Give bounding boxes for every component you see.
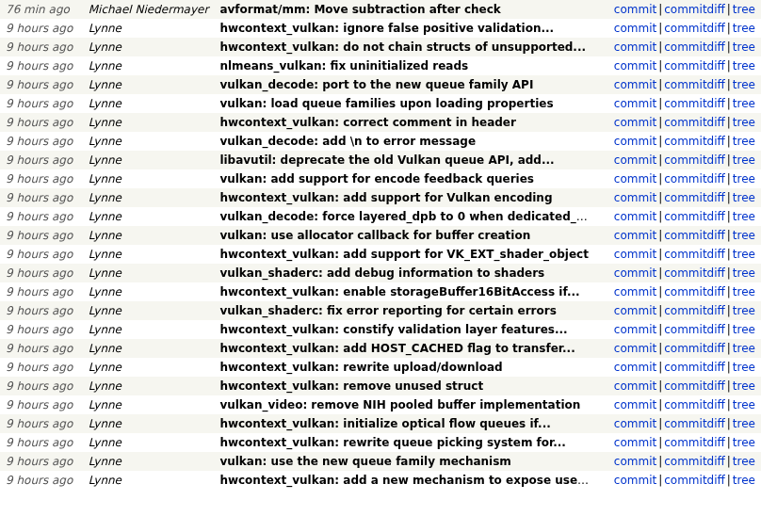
commitdiff-link[interactable]: commitdiff — [664, 379, 725, 393]
commit-link[interactable]: commit — [614, 285, 656, 298]
commit-subject-link[interactable]: avformat/mm: Move subtraction after chec… — [219, 3, 500, 16]
commitdiff-link[interactable]: commitdiff — [664, 116, 725, 129]
commit-subject-link[interactable]: vulkan: add support for encode feedback … — [219, 172, 534, 185]
tree-link[interactable]: tree — [733, 191, 755, 204]
tree-link[interactable]: tree — [733, 135, 755, 148]
commitdiff-link[interactable]: commitdiff — [664, 153, 725, 167]
commitdiff-link[interactable]: commitdiff — [664, 135, 725, 148]
commit-subject-link[interactable]: vulkan_video: remove NIH pooled buffer i… — [219, 398, 580, 411]
commit-link[interactable]: commit — [614, 266, 656, 280]
commit-subject-link[interactable]: hwcontext_vulkan: rewrite queue picking … — [219, 436, 566, 449]
commit-subject-link[interactable]: vulkan_shaderc: add debug information to… — [219, 266, 544, 280]
commit-subject-link[interactable]: vulkan_shaderc: fix error reporting for … — [219, 304, 556, 317]
commit-link[interactable]: commit — [614, 135, 656, 148]
commit-link[interactable]: commit — [614, 474, 656, 487]
commit-link[interactable]: commit — [614, 97, 656, 110]
tree-link[interactable]: tree — [733, 248, 755, 261]
commit-subject-link[interactable]: hwcontext_vulkan: do not chain structs o… — [219, 40, 586, 54]
tree-link[interactable]: tree — [733, 3, 755, 16]
tree-link[interactable]: tree — [733, 153, 755, 167]
tree-link[interactable]: tree — [733, 379, 755, 393]
commit-subject-link[interactable]: hwcontext_vulkan: remove unused struct — [219, 379, 483, 393]
commit-subject-link[interactable]: hwcontext_vulkan: enable storageBuffer16… — [219, 285, 579, 298]
tree-link[interactable]: tree — [733, 436, 755, 449]
tree-link[interactable]: tree — [733, 285, 755, 298]
tree-link[interactable]: tree — [733, 229, 755, 242]
commit-link[interactable]: commit — [614, 304, 656, 317]
tree-link[interactable]: tree — [733, 172, 755, 185]
tree-link[interactable]: tree — [733, 342, 755, 355]
commit-subject-link[interactable]: hwcontext_vulkan: rewrite upload/downloa… — [219, 361, 502, 374]
commit-subject-link[interactable]: vulkan_decode: add \n to error message — [219, 135, 476, 148]
commit-link[interactable]: commit — [614, 191, 656, 204]
commit-link[interactable]: commit — [614, 40, 656, 54]
commitdiff-link[interactable]: commitdiff — [664, 417, 725, 430]
commit-link[interactable]: commit — [614, 172, 656, 185]
commitdiff-link[interactable]: commitdiff — [664, 342, 725, 355]
commitdiff-link[interactable]: commitdiff — [664, 59, 725, 73]
commit-link[interactable]: commit — [614, 455, 656, 468]
commit-link[interactable]: commit — [614, 78, 656, 91]
commitdiff-link[interactable]: commitdiff — [664, 398, 725, 411]
commit-link[interactable]: commit — [614, 417, 656, 430]
tree-link[interactable]: tree — [733, 474, 755, 487]
commit-subject-link[interactable]: hwcontext_vulkan: add support for VK_EXT… — [219, 248, 589, 261]
commit-subject-link[interactable]: vulkan_decode: force layered_dpb to 0 wh… — [219, 210, 600, 223]
commit-link[interactable]: commit — [614, 210, 656, 223]
commitdiff-link[interactable]: commitdiff — [664, 40, 725, 54]
commit-link[interactable]: commit — [614, 22, 656, 35]
commit-link[interactable]: commit — [614, 153, 656, 167]
commit-subject-link[interactable]: hwcontext_vulkan: add a new mechanism to… — [219, 474, 598, 487]
commit-subject-link[interactable]: vulkan: load queue families upon loading… — [219, 97, 553, 110]
commitdiff-link[interactable]: commitdiff — [664, 248, 725, 261]
commit-subject-link[interactable]: hwcontext_vulkan: constify validation la… — [219, 323, 567, 336]
commit-subject-link[interactable]: nlmeans_vulkan: fix uninitialized reads — [219, 59, 468, 73]
commitdiff-link[interactable]: commitdiff — [664, 191, 725, 204]
commitdiff-link[interactable]: commitdiff — [664, 304, 725, 317]
commitdiff-link[interactable]: commitdiff — [664, 436, 725, 449]
tree-link[interactable]: tree — [733, 22, 755, 35]
commitdiff-link[interactable]: commitdiff — [664, 455, 725, 468]
tree-link[interactable]: tree — [733, 116, 755, 129]
tree-link[interactable]: tree — [733, 210, 755, 223]
commit-subject-link[interactable]: libavutil: deprecate the old Vulkan queu… — [219, 153, 554, 167]
commit-link[interactable]: commit — [614, 398, 656, 411]
commit-link[interactable]: commit — [614, 379, 656, 393]
commit-subject-link[interactable]: hwcontext_vulkan: correct comment in hea… — [219, 116, 516, 129]
commit-link[interactable]: commit — [614, 342, 656, 355]
commit-link[interactable]: commit — [614, 436, 656, 449]
tree-link[interactable]: tree — [733, 59, 755, 73]
commit-link[interactable]: commit — [614, 116, 656, 129]
commit-link[interactable]: commit — [614, 248, 656, 261]
commit-link[interactable]: commit — [614, 59, 656, 73]
commit-link[interactable]: commit — [614, 323, 656, 336]
commitdiff-link[interactable]: commitdiff — [664, 361, 725, 374]
commitdiff-link[interactable]: commitdiff — [664, 3, 725, 16]
tree-link[interactable]: tree — [733, 266, 755, 280]
tree-link[interactable]: tree — [733, 398, 755, 411]
tree-link[interactable]: tree — [733, 97, 755, 110]
commit-subject-link[interactable]: vulkan_decode: port to the new queue fam… — [219, 78, 533, 91]
commit-subject-link[interactable]: hwcontext_vulkan: add HOST_CACHED flag t… — [219, 342, 575, 355]
commitdiff-link[interactable]: commitdiff — [664, 323, 725, 336]
tree-link[interactable]: tree — [733, 417, 755, 430]
commit-subject-link[interactable]: hwcontext_vulkan: initialize optical flo… — [219, 417, 550, 430]
commitdiff-link[interactable]: commitdiff — [664, 22, 725, 35]
tree-link[interactable]: tree — [733, 361, 755, 374]
commit-subject-link[interactable]: hwcontext_vulkan: add support for Vulkan… — [219, 191, 552, 204]
tree-link[interactable]: tree — [733, 40, 755, 54]
commit-subject-link[interactable]: vulkan: use allocator callback for buffe… — [219, 229, 530, 242]
commit-link[interactable]: commit — [614, 361, 656, 374]
commitdiff-link[interactable]: commitdiff — [664, 78, 725, 91]
commitdiff-link[interactable]: commitdiff — [664, 210, 725, 223]
tree-link[interactable]: tree — [733, 323, 755, 336]
commitdiff-link[interactable]: commitdiff — [664, 285, 725, 298]
commit-link[interactable]: commit — [614, 3, 656, 16]
commitdiff-link[interactable]: commitdiff — [664, 172, 725, 185]
tree-link[interactable]: tree — [733, 455, 755, 468]
commitdiff-link[interactable]: commitdiff — [664, 97, 725, 110]
commit-subject-link[interactable]: vulkan: use the new queue family mechani… — [219, 455, 511, 468]
commit-subject-link[interactable]: hwcontext_vulkan: ignore false positive … — [219, 22, 554, 35]
commit-link[interactable]: commit — [614, 229, 656, 242]
tree-link[interactable]: tree — [733, 304, 755, 317]
